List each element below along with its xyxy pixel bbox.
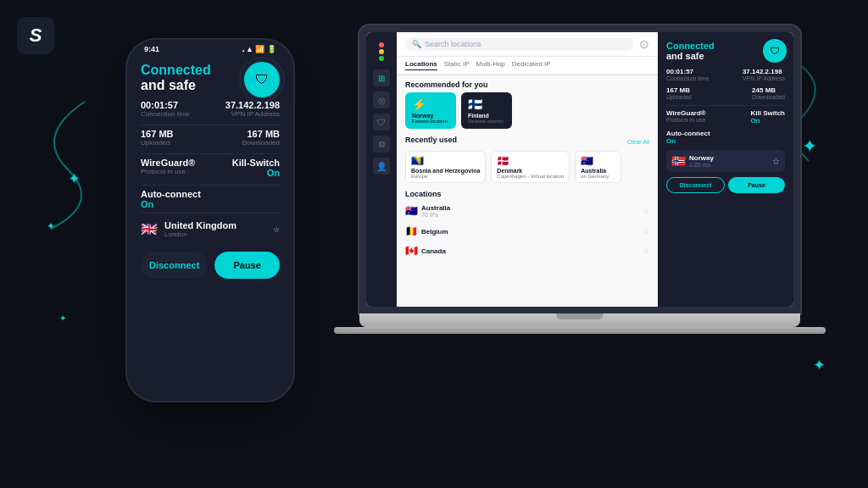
phone-ip: 37.142.2.198	[210, 100, 280, 110]
panel-favorite-icon[interactable]: ☆	[772, 157, 780, 166]
phone-shield-button[interactable]: 🛡	[244, 62, 280, 97]
australia-favorite-icon[interactable]: ☆	[643, 207, 649, 215]
sidebar-icon-settings[interactable]: ⚙	[373, 136, 390, 152]
panel-download-label: Downloaded	[752, 94, 785, 100]
phone-location-flag: 🇬🇧	[141, 221, 158, 237]
laptop-base	[359, 313, 800, 327]
tab-static-ip[interactable]: Static IP	[444, 60, 470, 70]
sidebar-icon-user[interactable]: 👤	[373, 158, 390, 175]
phone-killswitch-value: On	[210, 168, 280, 178]
sidebar-icon-shield[interactable]: 🛡	[373, 114, 390, 130]
panel-killswitch-status: On	[751, 117, 785, 125]
belgium-favorite-icon[interactable]: ☆	[643, 227, 649, 236]
panel-ip-value: 37.142.2.198	[743, 68, 785, 75]
finland-flag-icon: 🇫🇮	[468, 97, 505, 111]
panel-disconnect-button[interactable]: Disconnect	[666, 177, 725, 193]
phone-time: 9:41	[144, 45, 159, 53]
finland-sub: Nearest country	[468, 119, 505, 124]
phone-protocol: WireGuard®	[141, 158, 210, 168]
recent-card-australia[interactable]: 🇦🇺 Australia on Germany	[575, 151, 621, 183]
phone-notch	[176, 40, 244, 58]
clear-all-button[interactable]: Clear All	[627, 139, 649, 145]
phone-action-buttons: Disconnect Pause	[141, 252, 280, 279]
panel-download-value: 245 MB	[752, 86, 785, 94]
recommended-title: Recommended for you	[405, 80, 649, 89]
panel-location-ping: 1.20 ms	[689, 162, 714, 168]
recently-title: Recently used	[405, 136, 457, 144]
sidebar-icon-grid[interactable]: ⊞	[373, 69, 390, 86]
phone-location-city: London	[164, 230, 236, 238]
canada-name: Canada	[421, 247, 446, 255]
filter-icon[interactable]: ⊙	[639, 37, 649, 51]
australia-list-count: 70 IPs	[421, 212, 450, 218]
norway-panel-flag-icon: 🇳🇴	[671, 154, 686, 168]
vpn-location-content: Recommended for you ⚡ Norway Fastest loc…	[397, 75, 658, 265]
phone-screen: 9:41 ▲▲▲ 📶 🔋 Connected and safe 🛡	[127, 40, 293, 401]
laptop-mockup: ⊞ ◎ 🛡 ⚙ 👤 🔍 Search locations ⊙	[359, 25, 800, 334]
belgium-flag-icon: 🇧🇪	[405, 225, 418, 237]
phone-pause-button[interactable]: Pause	[214, 252, 280, 279]
logo: S	[17, 17, 54, 54]
phone-download: 167 MB	[210, 129, 280, 139]
list-item-australia[interactable]: 🇦🇺 Australia 70 IPs ☆	[405, 202, 649, 221]
list-item-belgium[interactable]: 🇧🇪 Belgium ☆	[405, 223, 649, 241]
deco-star-4: ✦	[813, 356, 826, 374]
panel-autoconnect-label: Auto-connect	[666, 130, 785, 137]
phone-favorite-icon[interactable]: ☆	[273, 225, 280, 234]
australia-flag-icon: 🇦🇺	[581, 155, 615, 167]
phone-upload-label: Uploaded	[141, 139, 210, 147]
laptop-foot	[334, 327, 826, 334]
phone-autoconnect-value: On	[141, 199, 280, 209]
panel-location-name: Norway	[689, 154, 714, 162]
phone-stats: 00:01:57 Connection time 37.142.2.198 VP…	[141, 100, 280, 209]
laptop-notch	[557, 313, 604, 319]
vpn-sidebar: ⊞ ◎ 🛡 ⚙ 👤	[366, 32, 397, 307]
australia-sub: on Germany	[581, 174, 615, 179]
phone-killswitch: Kill-Switch	[210, 158, 280, 168]
tab-dedicated-ip[interactable]: Dedicated IP	[512, 60, 551, 70]
search-box[interactable]: 🔍 Search locations	[405, 37, 634, 51]
norway-name: Norway	[412, 113, 449, 119]
tab-multi-hop[interactable]: Multi-Hop	[476, 60, 505, 70]
window-dot-maximize[interactable]	[379, 56, 384, 61]
swirl-left-icon	[17, 85, 102, 237]
search-icon: 🔍	[412, 40, 421, 48]
phone-download-label: Downloaded	[210, 139, 280, 147]
phone-connection-time-label: Connection time	[141, 110, 210, 118]
canada-favorite-icon[interactable]: ☆	[643, 247, 649, 255]
phone-disconnect-button[interactable]: Disconnect	[141, 252, 208, 279]
australia-name: Australia	[581, 168, 615, 174]
laptop-screen-inner: ⊞ ◎ 🛡 ⚙ 👤 🔍 Search locations ⊙	[366, 32, 793, 307]
vpn-tabs: Locations Static IP Multi-Hop Dedicated …	[397, 57, 658, 75]
bosnia-flag-icon: 🇧🇦	[411, 155, 480, 167]
denmark-flag-icon: 🇩🇰	[497, 155, 564, 167]
phone-mockup: 9:41 ▲▲▲ 📶 🔋 Connected and safe 🛡	[125, 38, 295, 402]
sidebar-icon-search[interactable]: ◎	[373, 92, 390, 108]
window-dot-close[interactable]	[379, 42, 384, 47]
list-item-canada[interactable]: 🇨🇦 Canada ☆	[405, 242, 649, 260]
panel-ip-label: VPN IP Address	[743, 75, 785, 81]
tab-locations[interactable]: Locations	[405, 60, 437, 70]
panel-stat-data-row: 167 MB Uploaded 245 MB Downloaded	[666, 86, 785, 100]
recently-grid: 🇧🇦 Bosnia and Herzegovina Europe 🇩🇰 Denm…	[405, 151, 649, 183]
vpn-connected-panel: Connected and safe 🛡 00:01:57 Connection…	[658, 32, 793, 307]
norway-sub: Fastest location	[412, 119, 449, 124]
recommended-card-finland[interactable]: 🇫🇮 Finland Nearest country	[461, 92, 512, 129]
search-placeholder: Search locations	[425, 40, 481, 48]
australia-list-flag-icon: 🇦🇺	[405, 205, 418, 217]
panel-stat-time-row: 00:01:57 Connection time 37.142.2.198 VP…	[666, 68, 785, 81]
laptop-screen-outer: ⊞ ◎ 🛡 ⚙ 👤 🔍 Search locations ⊙	[359, 25, 800, 313]
panel-action-buttons: Disconnect Pause	[666, 177, 785, 193]
recent-card-denmark[interactable]: 🇩🇰 Denmark Copenhagen - Virtual location	[491, 151, 570, 183]
locations-title: Locations	[405, 190, 649, 198]
panel-pause-button[interactable]: Pause	[728, 177, 785, 193]
deco-star-5: ✦	[59, 313, 66, 323]
vpn-search-header: 🔍 Search locations ⊙	[397, 32, 658, 57]
panel-norway-location[interactable]: 🇳🇴 Norway 1.20 ms ☆	[666, 150, 785, 172]
window-dot-minimize[interactable]	[379, 49, 384, 54]
panel-killswitch-value: Kill Switch	[751, 109, 785, 117]
recommended-card-norway[interactable]: ⚡ Norway Fastest location	[405, 92, 456, 129]
panel-shield-button[interactable]: 🛡	[763, 39, 787, 63]
phone-protocol-label: Protocol in use	[141, 168, 210, 175]
recent-card-bosnia[interactable]: 🇧🇦 Bosnia and Herzegovina Europe	[405, 151, 486, 183]
